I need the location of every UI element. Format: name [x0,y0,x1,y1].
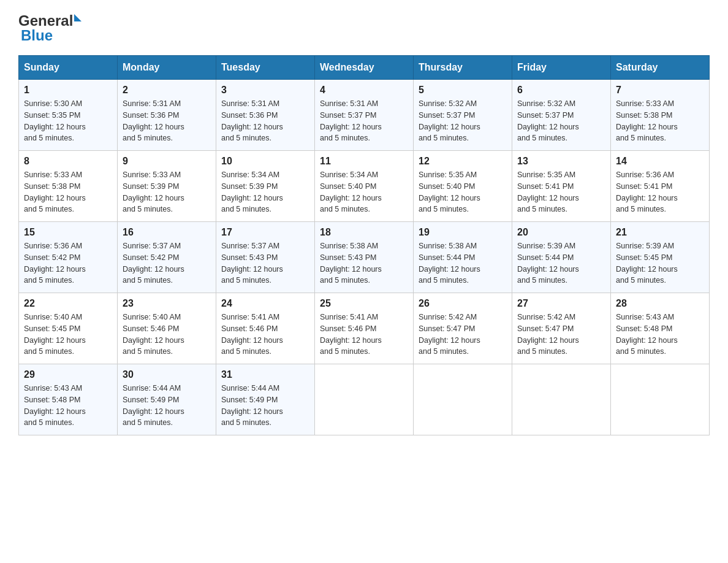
calendar-cell: 15Sunrise: 5:36 AMSunset: 5:42 PMDayligh… [19,222,118,293]
day-info: Sunrise: 5:34 AMSunset: 5:40 PMDaylight:… [320,169,408,215]
day-number: 25 [320,298,408,309]
calendar-table: SundayMondayTuesdayWednesdayThursdayFrid… [18,55,710,435]
day-info: Sunrise: 5:38 AMSunset: 5:43 PMDaylight:… [320,240,408,286]
day-info: Sunrise: 5:41 AMSunset: 5:46 PMDaylight:… [221,312,309,358]
day-number: 9 [123,156,211,167]
day-info: Sunrise: 5:40 AMSunset: 5:45 PMDaylight:… [24,312,112,358]
day-number: 18 [320,227,408,238]
column-header-friday: Friday [512,56,611,80]
calendar-week-row: 15Sunrise: 5:36 AMSunset: 5:42 PMDayligh… [19,222,710,293]
calendar-cell: 19Sunrise: 5:38 AMSunset: 5:44 PMDayligh… [414,222,512,293]
day-info: Sunrise: 5:34 AMSunset: 5:39 PMDaylight:… [221,169,309,215]
calendar-cell: 5Sunrise: 5:32 AMSunset: 5:37 PMDaylight… [414,80,512,151]
day-info: Sunrise: 5:33 AMSunset: 5:38 PMDaylight:… [24,169,112,215]
column-header-monday: Monday [118,56,216,80]
day-number: 6 [517,85,605,96]
day-number: 26 [419,298,507,309]
day-info: Sunrise: 5:44 AMSunset: 5:49 PMDaylight:… [123,383,211,429]
calendar-cell: 17Sunrise: 5:37 AMSunset: 5:43 PMDayligh… [216,222,315,293]
day-info: Sunrise: 5:36 AMSunset: 5:41 PMDaylight:… [616,169,704,215]
calendar-cell: 16Sunrise: 5:37 AMSunset: 5:42 PMDayligh… [118,222,216,293]
day-info: Sunrise: 5:33 AMSunset: 5:39 PMDaylight:… [123,169,211,215]
day-info: Sunrise: 5:31 AMSunset: 5:36 PMDaylight:… [123,98,211,144]
page-header: General Blue [18,12,710,44]
day-number: 23 [123,298,211,309]
day-number: 31 [221,369,309,380]
calendar-cell: 14Sunrise: 5:36 AMSunset: 5:41 PMDayligh… [611,151,710,222]
calendar-cell: 23Sunrise: 5:40 AMSunset: 5:46 PMDayligh… [118,293,216,364]
day-number: 22 [24,298,112,309]
calendar-cell: 30Sunrise: 5:44 AMSunset: 5:49 PMDayligh… [118,364,216,435]
calendar-header-row: SundayMondayTuesdayWednesdayThursdayFrid… [19,56,710,80]
day-number: 27 [517,298,605,309]
calendar-cell: 31Sunrise: 5:44 AMSunset: 5:49 PMDayligh… [216,364,315,435]
calendar-cell: 26Sunrise: 5:42 AMSunset: 5:47 PMDayligh… [414,293,512,364]
day-number: 14 [616,156,704,167]
day-number: 28 [616,298,704,309]
day-info: Sunrise: 5:36 AMSunset: 5:42 PMDaylight:… [24,240,112,286]
calendar-cell: 24Sunrise: 5:41 AMSunset: 5:46 PMDayligh… [216,293,315,364]
column-header-tuesday: Tuesday [216,56,315,80]
calendar-cell: 8Sunrise: 5:33 AMSunset: 5:38 PMDaylight… [19,151,118,222]
calendar-week-row: 29Sunrise: 5:43 AMSunset: 5:48 PMDayligh… [19,364,710,435]
calendar-cell [414,364,512,435]
day-info: Sunrise: 5:38 AMSunset: 5:44 PMDaylight:… [419,240,507,286]
day-info: Sunrise: 5:44 AMSunset: 5:49 PMDaylight:… [221,383,309,429]
day-info: Sunrise: 5:42 AMSunset: 5:47 PMDaylight:… [419,312,507,358]
day-info: Sunrise: 5:32 AMSunset: 5:37 PMDaylight:… [517,98,605,144]
calendar-cell: 3Sunrise: 5:31 AMSunset: 5:36 PMDaylight… [216,80,315,151]
day-number: 17 [221,227,309,238]
calendar-cell: 10Sunrise: 5:34 AMSunset: 5:39 PMDayligh… [216,151,315,222]
day-info: Sunrise: 5:43 AMSunset: 5:48 PMDaylight:… [24,383,112,429]
day-info: Sunrise: 5:42 AMSunset: 5:47 PMDaylight:… [517,312,605,358]
calendar-cell: 6Sunrise: 5:32 AMSunset: 5:37 PMDaylight… [512,80,611,151]
calendar-cell: 12Sunrise: 5:35 AMSunset: 5:40 PMDayligh… [414,151,512,222]
calendar-week-row: 8Sunrise: 5:33 AMSunset: 5:38 PMDaylight… [19,151,710,222]
day-info: Sunrise: 5:40 AMSunset: 5:46 PMDaylight:… [123,312,211,358]
day-info: Sunrise: 5:39 AMSunset: 5:45 PMDaylight:… [616,240,704,286]
day-info: Sunrise: 5:43 AMSunset: 5:48 PMDaylight:… [616,312,704,358]
day-number: 20 [517,227,605,238]
day-info: Sunrise: 5:33 AMSunset: 5:38 PMDaylight:… [616,98,704,144]
calendar-cell [512,364,611,435]
day-info: Sunrise: 5:39 AMSunset: 5:44 PMDaylight:… [517,240,605,286]
day-info: Sunrise: 5:35 AMSunset: 5:41 PMDaylight:… [517,169,605,215]
calendar-cell: 25Sunrise: 5:41 AMSunset: 5:46 PMDayligh… [315,293,414,364]
calendar-cell [611,364,710,435]
day-info: Sunrise: 5:35 AMSunset: 5:40 PMDaylight:… [419,169,507,215]
day-number: 11 [320,156,408,167]
day-number: 10 [221,156,309,167]
day-info: Sunrise: 5:37 AMSunset: 5:42 PMDaylight:… [123,240,211,286]
calendar-cell [315,364,414,435]
logo: General Blue [18,12,82,44]
column-header-sunday: Sunday [19,56,118,80]
day-number: 21 [616,227,704,238]
day-info: Sunrise: 5:31 AMSunset: 5:37 PMDaylight:… [320,98,408,144]
day-number: 1 [24,85,112,96]
day-number: 5 [419,85,507,96]
day-number: 8 [24,156,112,167]
logo-triangle-icon [74,14,82,21]
calendar-week-row: 22Sunrise: 5:40 AMSunset: 5:45 PMDayligh… [19,293,710,364]
calendar-cell: 18Sunrise: 5:38 AMSunset: 5:43 PMDayligh… [315,222,414,293]
calendar-cell: 9Sunrise: 5:33 AMSunset: 5:39 PMDaylight… [118,151,216,222]
calendar-cell: 28Sunrise: 5:43 AMSunset: 5:48 PMDayligh… [611,293,710,364]
day-number: 24 [221,298,309,309]
day-number: 2 [123,85,211,96]
day-number: 3 [221,85,309,96]
column-header-saturday: Saturday [611,56,710,80]
day-info: Sunrise: 5:32 AMSunset: 5:37 PMDaylight:… [419,98,507,144]
day-info: Sunrise: 5:41 AMSunset: 5:46 PMDaylight:… [320,312,408,358]
day-info: Sunrise: 5:30 AMSunset: 5:35 PMDaylight:… [24,98,112,144]
column-header-wednesday: Wednesday [315,56,414,80]
calendar-cell: 21Sunrise: 5:39 AMSunset: 5:45 PMDayligh… [611,222,710,293]
day-number: 29 [24,369,112,380]
calendar-cell: 2Sunrise: 5:31 AMSunset: 5:36 PMDaylight… [118,80,216,151]
calendar-cell: 27Sunrise: 5:42 AMSunset: 5:47 PMDayligh… [512,293,611,364]
calendar-cell: 22Sunrise: 5:40 AMSunset: 5:45 PMDayligh… [19,293,118,364]
calendar-cell: 1Sunrise: 5:30 AMSunset: 5:35 PMDaylight… [19,80,118,151]
calendar-cell: 13Sunrise: 5:35 AMSunset: 5:41 PMDayligh… [512,151,611,222]
column-header-thursday: Thursday [414,56,512,80]
day-number: 16 [123,227,211,238]
day-info: Sunrise: 5:31 AMSunset: 5:36 PMDaylight:… [221,98,309,144]
